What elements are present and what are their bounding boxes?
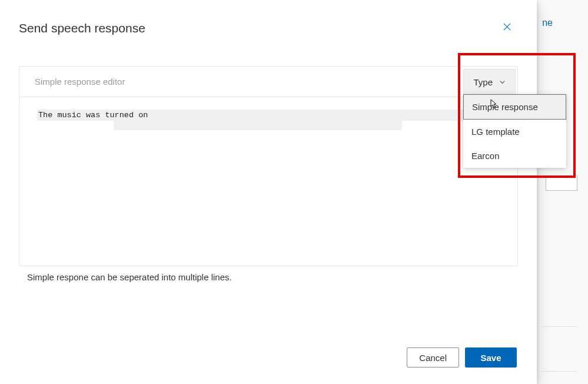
close-button[interactable] [500,21,513,34]
cancel-button[interactable]: Cancel [407,347,459,368]
background-link-fragment: ne [542,18,553,28]
save-button[interactable]: Save [465,347,517,368]
dialog-footer: Cancel Save [407,347,517,368]
dropdown-option-earcon[interactable]: Earcon [463,144,566,168]
editor-panel: Simple response editor Type The music wa… [19,66,518,266]
editor-header-label: Simple response editor [35,77,125,87]
editor-highlight [114,120,402,130]
dropdown-option-simple-response[interactable]: Simple response [463,94,566,120]
editor-hint: Simple respone can be seperated into mul… [27,272,232,282]
type-dropdown-button[interactable]: Type [463,69,516,96]
editor-body[interactable]: The music was turned on [19,97,517,266]
background-box [546,176,577,191]
chevron-down-icon [499,79,506,86]
background-divider [542,326,577,327]
background-divider [542,371,577,372]
dialog-title: Send speech response [19,21,145,35]
type-dropdown-menu: Simple response LG template Earcon [463,94,566,168]
close-icon [503,22,511,34]
editor-header: Simple response editor Type [19,67,517,97]
type-button-label: Type [473,77,493,87]
speech-response-dialog: Send speech response Simple response edi… [0,0,537,384]
dropdown-option-lg-template[interactable]: LG template [463,120,566,144]
